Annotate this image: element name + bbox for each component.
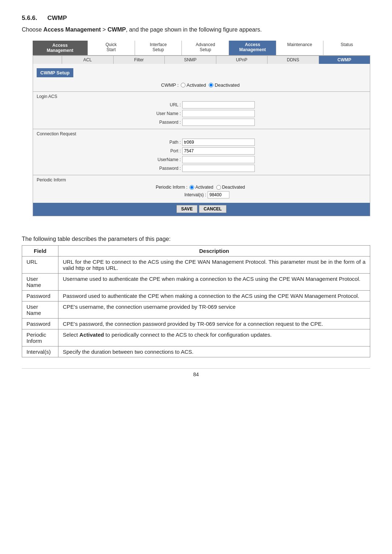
nav-cwmp-label: CWMP bbox=[338, 57, 351, 62]
periodic-inform-label: Periodic Inform : bbox=[156, 185, 187, 190]
nav-cwmp[interactable]: CWMP bbox=[319, 56, 370, 64]
cwmp-activated-radio[interactable] bbox=[181, 83, 185, 87]
desc-username: Username used to authenticate the CPE wh… bbox=[58, 274, 370, 291]
username-row: User Name : bbox=[33, 110, 370, 117]
periodic-activation-row: Periodic Inform : Activated Deactivated bbox=[33, 185, 370, 190]
nav-ddns-label: DDNS bbox=[287, 57, 299, 62]
save-button[interactable]: SAVE bbox=[176, 205, 197, 213]
cwmp-form: CWMP Setup CWMP : Activated Deactivated … bbox=[33, 64, 370, 216]
intro-bold1: Access Management bbox=[44, 26, 101, 33]
desc-username2: CPE's username, the connection username … bbox=[58, 301, 370, 319]
connection-request-label: Connection Request bbox=[33, 131, 370, 136]
nav-upnp[interactable]: UPnP bbox=[216, 56, 268, 64]
interval-row: Interval(s) : bbox=[33, 191, 370, 198]
nav-bottom-spacer bbox=[33, 56, 62, 64]
page-number: 84 bbox=[22, 368, 370, 377]
username-label: User Name : bbox=[148, 111, 181, 116]
nav-acl[interactable]: ACL bbox=[62, 56, 114, 64]
nav-snmp-label: SNMP bbox=[184, 57, 197, 62]
cwmp-label: CWMP : bbox=[161, 82, 179, 88]
cr-username-input[interactable] bbox=[182, 156, 255, 163]
nav-access-management[interactable]: Access Management bbox=[33, 41, 88, 56]
table-row: URL URL for the CPE to connect to the AC… bbox=[22, 257, 370, 274]
table-intro-text: The following table describes the parame… bbox=[22, 236, 370, 242]
nav-as-label: Advanced Setup bbox=[196, 42, 215, 52]
nav-advanced-setup[interactable]: Advanced Setup bbox=[182, 41, 229, 56]
path-row: Path : bbox=[33, 139, 370, 146]
nav-upnp-label: UPnP bbox=[236, 57, 247, 62]
cr-username-label: UserName : bbox=[148, 157, 181, 162]
table-row: User Name Username used to authenticate … bbox=[22, 274, 370, 291]
cwmp-deactivated-radio[interactable] bbox=[209, 83, 213, 87]
periodic-deactivated-radio[interactable] bbox=[216, 185, 221, 190]
nav-am-label: Access Management bbox=[47, 43, 73, 53]
nav-ddns[interactable]: DDNS bbox=[268, 56, 319, 64]
field-password2: Password bbox=[22, 319, 58, 329]
desc-password2: CPE's password, the connection password … bbox=[58, 319, 370, 329]
path-input[interactable] bbox=[182, 139, 255, 146]
table-row: Password CPE's password, the connection … bbox=[22, 319, 370, 329]
desc-password: Password used to authenticate the CPE wh… bbox=[58, 291, 370, 301]
desc-periodic: Select Activated to periodically connect… bbox=[58, 329, 370, 346]
url-label: URL : bbox=[148, 102, 181, 107]
nav-qs-label: Quick Start bbox=[106, 42, 117, 52]
password-input[interactable] bbox=[182, 119, 255, 126]
table-row: Periodic Inform Select Activated to peri… bbox=[22, 329, 370, 346]
activated-bold: Activated bbox=[79, 332, 104, 338]
nav-am-active-label: Access Management bbox=[239, 42, 266, 52]
nav-acl-label: ACL bbox=[83, 57, 92, 62]
periodic-inform-section: Periodic Inform Periodic Inform : Activa… bbox=[33, 175, 370, 203]
section-number: 5.6.6. bbox=[22, 15, 37, 22]
col-description: Description bbox=[58, 246, 370, 257]
cwmp-setup-title-wrap: CWMP Setup bbox=[33, 67, 370, 82]
cr-password-label: Password : bbox=[148, 166, 181, 171]
nav-quick-start[interactable]: Quick Start bbox=[88, 41, 135, 56]
port-row: Port : bbox=[33, 147, 370, 155]
cr-password-input[interactable] bbox=[182, 165, 255, 172]
desc-url: URL for the CPE to connect to the ACS us… bbox=[58, 257, 370, 274]
table-header-row: Field Description bbox=[22, 246, 370, 257]
url-input[interactable] bbox=[182, 101, 255, 108]
desc-interval: Specify the duration between two connect… bbox=[58, 346, 370, 357]
interval-input[interactable] bbox=[208, 191, 229, 198]
nav-status-label: Status bbox=[341, 42, 353, 47]
connection-request-section: Connection Request Path : Port : UserNam… bbox=[33, 129, 370, 175]
intro-paragraph: Choose Access Management > CWMP, and the… bbox=[22, 25, 370, 34]
cr-username-row: UserName : bbox=[33, 156, 370, 163]
field-url: URL bbox=[22, 257, 58, 274]
url-row: URL : bbox=[33, 101, 370, 108]
table-row: Password Password used to authenticate t… bbox=[22, 291, 370, 301]
nav-filter-label: Filter bbox=[134, 57, 144, 62]
nav-status[interactable]: Status bbox=[323, 41, 370, 56]
nav-snmp[interactable]: SNMP bbox=[165, 56, 216, 64]
table-row: Interval(s) Specify the duration between… bbox=[22, 346, 370, 357]
cwmp-deactivated-label: Deactivated bbox=[215, 82, 240, 88]
nav-maint-label: Maintenance bbox=[287, 42, 312, 47]
cwmp-activation-row: CWMP : Activated Deactivated bbox=[33, 82, 370, 88]
nav-interface-setup[interactable]: Interface Setup bbox=[135, 41, 182, 56]
intro-bold2: CWMP bbox=[107, 26, 126, 33]
login-acs-section: Login ACS URL : User Name : Password : bbox=[33, 91, 370, 129]
nav-access-management-active[interactable]: Access Management bbox=[229, 41, 276, 56]
periodic-inform-heading: Periodic Inform bbox=[33, 177, 370, 182]
nav-maintenance[interactable]: Maintenance bbox=[276, 41, 323, 56]
col-field: Field bbox=[22, 246, 58, 257]
cr-password-row: Password : bbox=[33, 165, 370, 172]
port-input[interactable] bbox=[182, 147, 255, 155]
periodic-deactivated-label: Deactivated bbox=[222, 185, 245, 190]
path-label: Path : bbox=[148, 140, 181, 145]
field-username: User Name bbox=[22, 274, 58, 291]
section-title: CWMP bbox=[48, 15, 67, 22]
username-input[interactable] bbox=[182, 110, 255, 117]
field-periodic: Periodic Inform bbox=[22, 329, 58, 346]
password-label: Password : bbox=[148, 120, 181, 125]
port-label: Port : bbox=[148, 148, 181, 153]
nav-filter[interactable]: Filter bbox=[114, 56, 165, 64]
top-nav: Access Management Quick Start Interface … bbox=[33, 41, 370, 56]
cwmp-activated-label: Activated bbox=[187, 82, 206, 88]
cancel-button[interactable]: CANCEL bbox=[199, 205, 226, 213]
description-table: Field Description URL URL for the CPE to… bbox=[22, 245, 370, 357]
button-row: SAVE CANCEL bbox=[33, 203, 370, 216]
periodic-activated-radio[interactable] bbox=[189, 185, 194, 190]
field-interval: Interval(s) bbox=[22, 346, 58, 357]
